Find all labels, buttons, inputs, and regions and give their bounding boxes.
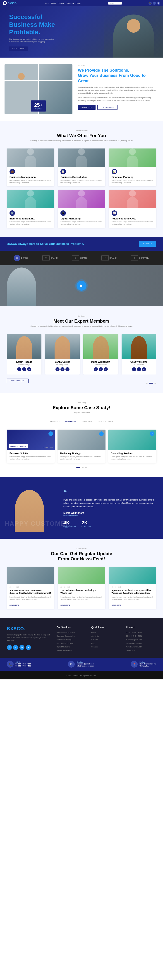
dot-2[interactable] xyxy=(149,383,153,383)
news-date-3: 05 / 03 / 2023 xyxy=(112,586,154,588)
case-study-section: Case Study Explore Some Case Study! Comp… xyxy=(0,393,163,477)
brand-item-3: ◻ BRAND xyxy=(72,256,87,261)
cart-icon[interactable]: 🛒 xyxy=(153,2,156,5)
footer-ig-icon[interactable]: in xyxy=(19,645,24,650)
footer-link-contact[interactable]: Contact xyxy=(91,646,121,648)
facebook-icon-3[interactable]: f xyxy=(94,367,98,371)
tab-branding[interactable]: BRANDING xyxy=(50,420,61,424)
read-more-1[interactable]: READ MORE xyxy=(9,605,19,606)
cta-contact-button[interactable]: Contact Us xyxy=(139,241,156,247)
news-desc-2: Lorem ipsum is simply random text has ro… xyxy=(60,596,102,601)
service-desc-2: Lorem ipsum is simply random text has ro… xyxy=(60,179,102,184)
footer-bottom: 📞 Call Us 00 317 - 768 - 4280 00 800 - 7… xyxy=(0,658,163,671)
contact-us-button[interactable]: CONTACT US xyxy=(78,105,95,110)
service-name-3: Financial Planning. xyxy=(112,176,154,178)
brand-logo-2: B xyxy=(42,256,49,261)
footer-svc-6[interactable]: Advanced Analytics xyxy=(57,649,87,652)
footer-svc-3[interactable]: Financial Planning xyxy=(57,639,87,641)
case-desc-2: Lorem ipsum is simply random text has ro… xyxy=(60,456,103,460)
tab-marketing[interactable]: MARKETING xyxy=(65,420,78,424)
our-services-button[interactable]: OUR SERVICES xyxy=(97,105,117,110)
case-dot-2[interactable] xyxy=(82,467,84,468)
team-photo-inner-4 xyxy=(131,336,147,359)
brand-item-4: ◇ BRAND xyxy=(101,256,117,261)
twitter-icon-4[interactable]: t xyxy=(137,367,141,371)
case-arrow-1[interactable]: → xyxy=(49,431,53,436)
team-tag: Our Team xyxy=(7,315,156,317)
nav-pages[interactable]: Pages ▾ xyxy=(67,2,74,4)
case-dot-1[interactable] xyxy=(76,467,81,468)
tab-consoltancy[interactable]: CONSOLTANCY xyxy=(98,420,113,424)
case-arrow-2[interactable]: → xyxy=(99,431,104,436)
hero-cta-button[interactable]: Get Started xyxy=(9,46,28,51)
nav-logo[interactable]: BXSCO. xyxy=(3,1,17,5)
footer-svc-5[interactable]: Digital Marketing xyxy=(57,646,87,648)
footer-link-blog[interactable]: Blog xyxy=(91,642,121,644)
service-card-5[interactable]: 📱 Digital Marketing. Lorem ipsum is simp… xyxy=(58,190,105,228)
facebook-icon-2[interactable]: f xyxy=(55,367,60,371)
twitter-icon-3[interactable]: t xyxy=(99,367,103,371)
footer-link-home[interactable]: Home xyxy=(91,632,121,633)
hire-button[interactable]: I WANT TO HIRE IT ➜ xyxy=(7,379,28,383)
tab-designing[interactable]: DESIGNING xyxy=(82,420,93,424)
brand-item-5: △ COMPANY xyxy=(131,256,149,261)
insurance-icon: 🏦 xyxy=(9,210,15,216)
nav-home[interactable]: Home xyxy=(44,2,49,4)
footer-extra-col: Quick Links Home About Us Services Blog … xyxy=(91,626,121,653)
about-desc-1: Contrary to popular belief is not simply… xyxy=(78,86,158,94)
phone-icon[interactable]: 📞 xyxy=(149,2,152,5)
twitter-icon-2[interactable]: t xyxy=(60,367,65,371)
team-photo-4 xyxy=(122,334,156,359)
nav-about[interactable]: About xyxy=(51,2,56,4)
case-title-2: Marketing Strategy xyxy=(60,452,103,455)
footer-fb-icon[interactable]: f xyxy=(7,645,12,650)
facebook-icon[interactable]: f xyxy=(17,367,21,371)
footer-tw-icon[interactable]: t xyxy=(13,645,18,650)
twitter-icon[interactable]: t xyxy=(22,367,26,371)
service-card-4[interactable]: 🏦 Insurance & Banking. Lorem ipsum is si… xyxy=(7,190,54,228)
footer-socials: f t in ▶ xyxy=(7,645,52,650)
service-card-1[interactable]: 💼 Business Management. Lorem ipsum is si… xyxy=(7,148,54,186)
cta-text: BXSCO Always Here to Solve Your Business… xyxy=(7,242,84,245)
dot-3[interactable] xyxy=(154,383,156,383)
footer-address-contact: 📍 Find Us New Brunswick, NJ United, SA xyxy=(131,661,156,668)
case-title-3: Consulting Services xyxy=(111,452,154,455)
analytics-icon: 📈 xyxy=(112,210,117,216)
dot-1[interactable] xyxy=(146,383,147,383)
linkedin-icon-2[interactable]: in xyxy=(65,367,70,371)
linkedin-icon-4[interactable]: in xyxy=(142,367,146,371)
team-name-2: Santia-Garber xyxy=(45,361,80,363)
case-card-1[interactable]: Business Solution 16 / 06 / 2022 → Busin… xyxy=(7,430,55,463)
case-arrow-3[interactable]: → xyxy=(150,431,154,436)
nav-blog[interactable]: Blog ▾ xyxy=(76,2,81,4)
linkedin-icon-3[interactable]: in xyxy=(104,367,108,371)
service-card-3[interactable]: 📊 Financial Planning. Lorem ipsum is sim… xyxy=(109,148,156,186)
services-title: What We Offer For You xyxy=(7,133,156,138)
play-button[interactable]: ▶ xyxy=(76,281,87,291)
read-more-2[interactable]: READ MORE xyxy=(60,605,70,606)
menu-icon[interactable]: ☰ xyxy=(157,2,160,5)
footer-link-services[interactable]: Services xyxy=(91,639,121,641)
footer-svc-1[interactable]: Business Management xyxy=(57,632,87,633)
facebook-icon-4[interactable]: f xyxy=(132,367,136,371)
linkedin-icon[interactable]: in xyxy=(27,367,31,371)
hero-title: Successful Business Make Profitable. xyxy=(9,13,154,36)
service-img-5 xyxy=(58,190,105,208)
footer-email-val-2: info@business.com xyxy=(76,665,94,667)
service-card-2[interactable]: 📋 Business Consultation. Lorem ipsum is … xyxy=(58,148,105,186)
footer-link-about[interactable]: About Us xyxy=(91,635,121,637)
footer-svc-4[interactable]: Insurance & Banking xyxy=(57,642,87,644)
service-card-6[interactable]: 📈 Advanced Analytics. Lorem ipsum is sim… xyxy=(109,190,156,228)
team-role-3: Financial Advisor xyxy=(83,364,118,366)
team-section: Our Team Meet Our Expert Members Contrar… xyxy=(0,306,163,393)
search-input[interactable] xyxy=(108,2,122,5)
case-card-2[interactable]: → Marketing Strategy Lorem ipsum is simp… xyxy=(57,430,106,463)
footer-svc-2[interactable]: Business Consultation xyxy=(57,635,87,637)
brand-logo-3: ◻ xyxy=(72,256,79,261)
read-more-3[interactable]: READ MORE xyxy=(112,605,121,606)
nav-services[interactable]: Services xyxy=(58,2,65,4)
promo-person xyxy=(7,267,36,306)
case-card-3[interactable]: → Consulting Services Lorem ipsum is sim… xyxy=(108,430,156,463)
footer-yt-icon[interactable]: ▶ xyxy=(26,645,31,650)
case-dot-3[interactable] xyxy=(85,467,87,468)
